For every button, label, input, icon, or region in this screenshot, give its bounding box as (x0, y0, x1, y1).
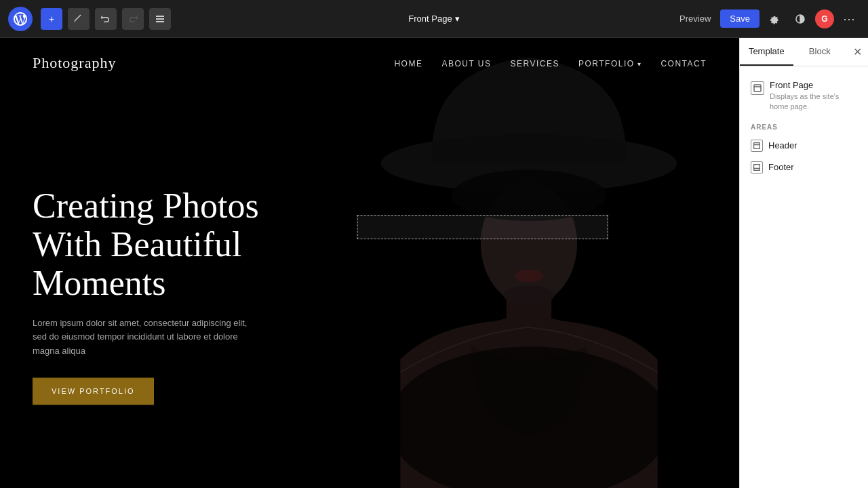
front-page-title: Front Page (770, 80, 857, 90)
tab-block[interactable]: Block (793, 38, 847, 66)
settings-button[interactable] (764, 8, 785, 30)
add-block-button[interactable]: + (41, 8, 62, 30)
wp-logo[interactable] (8, 7, 33, 31)
svg-rect-0 (156, 16, 164, 17)
tab-template[interactable]: Template (740, 38, 793, 66)
toolbar: + Front Page ▾ Preview Save (0, 0, 868, 38)
sidebar-close-button[interactable]: ✕ (846, 41, 868, 63)
menu-item-about[interactable]: ABOUT US (441, 57, 491, 69)
wp-logo-icon (14, 12, 27, 26)
canvas-area: Photography HOME ABOUT US SERVICES PORTF… (0, 38, 739, 488)
svg-point-8 (515, 269, 543, 282)
svg-point-6 (452, 169, 606, 221)
sidebar-tabs: Template Block ✕ (740, 38, 868, 66)
settings-icon (769, 14, 780, 24)
page-title-text: Front Page (408, 14, 452, 24)
svg-rect-2 (156, 21, 164, 22)
main-layout: Photography HOME ABOUT US SERVICES PORTF… (0, 38, 868, 488)
redo-icon (128, 14, 138, 24)
page-title-area: Front Page ▾ (408, 14, 459, 24)
list-view-button[interactable] (149, 8, 171, 30)
hero-subtext[interactable]: Lorem ipsum dolor sit amet, consectetur … (33, 317, 263, 359)
front-page-item: Front Page Displays as the site's home p… (748, 75, 860, 118)
areas-label: AREAS (751, 123, 857, 131)
svg-rect-11 (754, 85, 761, 92)
footer-label: Footer (768, 162, 794, 172)
svg-rect-1 (156, 18, 164, 20)
hero-cta-button[interactable]: VIEW PORTFOLIO (33, 378, 154, 405)
hero-model-image (359, 38, 698, 488)
header-area-icon (751, 140, 763, 152)
redo-button[interactable] (122, 8, 144, 30)
save-button[interactable]: Save (720, 9, 760, 28)
more-options-button[interactable]: ⋯ (838, 8, 860, 30)
front-page-desc: Displays as the site's home page. (770, 92, 857, 113)
edit-button[interactable] (68, 8, 90, 30)
undo-button[interactable] (95, 8, 117, 30)
preview-text-button[interactable]: Preview (674, 8, 716, 30)
svg-rect-15 (754, 164, 760, 170)
list-view-icon (155, 14, 165, 24)
color-scheme-button[interactable] (789, 8, 811, 30)
area-item-header[interactable]: Header (748, 135, 860, 157)
site-preview: Photography HOME ABOUT US SERVICES PORTF… (0, 38, 739, 488)
hero-content: Creating Photos With Beautiful Moments L… (33, 186, 304, 405)
right-sidebar: Template Block ✕ Front Page Displays as … (739, 38, 868, 488)
toolbar-right: Preview Save G ⋯ (674, 8, 860, 30)
menu-item-services[interactable]: SERVICES (511, 57, 559, 69)
svg-rect-13 (754, 142, 760, 148)
header-label: Header (768, 140, 797, 150)
color-scheme-icon (795, 14, 806, 24)
svg-point-9 (503, 285, 555, 304)
menu-item-portfolio[interactable]: PORTFOLIO (578, 57, 642, 69)
site-logo: Photography (33, 54, 116, 72)
site-menu: HOME ABOUT US SERVICES PORTFOLIO CONTACT (394, 57, 707, 69)
sidebar-content: Front Page Displays as the site's home p… (740, 66, 868, 488)
site-navigation: Photography HOME ABOUT US SERVICES PORTF… (0, 38, 739, 88)
menu-item-home[interactable]: HOME (394, 57, 422, 69)
footer-area-icon (751, 161, 763, 174)
area-item-footer[interactable]: Footer (748, 157, 860, 178)
page-title-chevron: ▾ (455, 14, 460, 24)
edit-icon (74, 14, 83, 24)
user-avatar[interactable]: G (815, 9, 834, 28)
front-page-icon (751, 81, 764, 95)
front-page-info: Front Page Displays as the site's home p… (770, 80, 857, 113)
page-title-button[interactable]: Front Page ▾ (408, 14, 459, 24)
menu-item-contact[interactable]: CONTACT (660, 57, 707, 69)
undo-icon (101, 14, 111, 24)
hero-heading[interactable]: Creating Photos With Beautiful Moments (33, 186, 304, 303)
